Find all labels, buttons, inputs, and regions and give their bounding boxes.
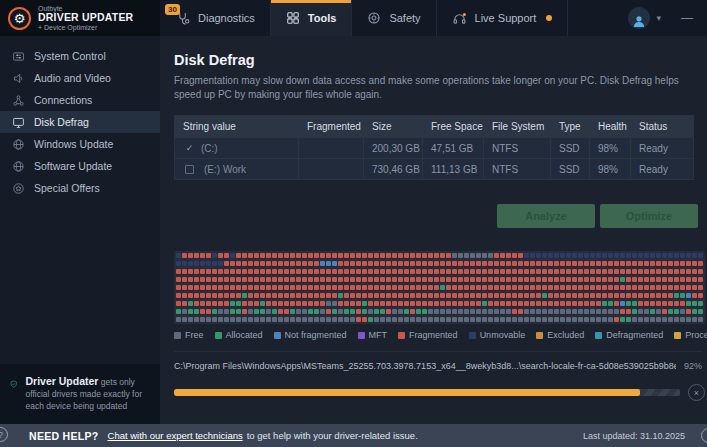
legend-item: Processing [674,330,707,340]
legend-item: Allocated [215,330,263,340]
legend-swatch [536,332,543,339]
sidebar-item-label: Special Offers [34,182,100,194]
sidebar-item-label: Audio and Video [34,72,111,84]
stop-defrag-button[interactable]: × [688,384,705,401]
drive-checkbox-checked[interactable]: ✓ [183,143,196,153]
divider [174,351,702,352]
help-suffix: to get help with your driver-related iss… [247,430,418,441]
legend-swatch [595,332,602,339]
top-nav: 30 Diagnostics Tools Safety Li [160,0,707,36]
sidebar-item-windows-update[interactable]: Windows Update [0,133,160,155]
sidebar-item-disk-defrag[interactable]: Disk Defrag [0,111,160,133]
minimize-button[interactable]: — [681,11,693,25]
tab-tools[interactable]: Tools [271,0,353,36]
drive-checkbox-unchecked[interactable] [185,165,194,174]
sidebar-item-label: Connections [34,94,92,106]
need-help-label: NEED HELP? [29,430,99,442]
headset-icon [452,11,467,26]
notification-dot [546,15,552,21]
progress-bar [174,389,680,396]
disk-defrag-panel: Disk Defrag Fragmentation may slow down … [160,36,707,424]
sidebar: System Control Audio and Video Connectio… [0,36,160,424]
safety-wheel-icon [367,11,381,25]
current-file-path: C:\Program Files\WindowsApps\MSTeams_252… [174,361,676,371]
globe-icon [12,160,25,173]
progress-row: × [174,384,705,401]
col-string-value[interactable]: String value [175,116,299,137]
promo-title: Driver Updater [26,375,99,387]
legend-swatch [469,332,476,339]
col-fragmented[interactable]: Fragmented [299,116,364,137]
star-circle-icon [12,182,25,195]
legend-item: Free [174,330,204,340]
network-icon [12,94,25,107]
table-row-drive-c[interactable]: ✓(C:) 200,30 GB 47,51 GB NTFS SSD 98% Re… [175,137,693,158]
optimize-button[interactable]: Optimize [600,204,698,228]
drives-table: String value Fragmented Size Free Space … [174,115,694,180]
col-size[interactable]: Size [364,116,423,137]
action-buttons: Analyze Optimize [174,204,698,228]
last-updated: Last updated: 31.10.2025 [583,431,707,441]
tab-safety[interactable]: Safety [352,0,436,36]
logo-product: DRIVER UPDATER [38,12,133,23]
sidebar-item-audio-and-video[interactable]: Audio and Video [0,67,160,89]
logo-tagline: + Device Optimizer [38,24,133,31]
col-file-system[interactable]: File System [484,116,551,137]
legend-swatch [674,332,681,339]
col-status[interactable]: Status [631,116,693,137]
refresh-icon[interactable] [701,428,707,443]
sidebar-item-software-update[interactable]: Software Update [0,155,160,177]
legend-item: Excluded [536,330,584,340]
globe-icon [12,138,25,151]
legend-swatch [174,332,181,339]
page-title: Disk Defrag [174,52,702,68]
app-logo: ⚙ Outbyte DRIVER UPDATER + Device Optimi… [0,0,160,36]
drive-name: (C:) [201,143,218,154]
chevron-down-icon[interactable]: ▾ [656,13,661,23]
sidebar-item-connections[interactable]: Connections [0,89,160,111]
driver-updater-promo: Driver Updater gets only official driver… [0,364,160,424]
nav-right: ▾ — [628,0,707,36]
col-free-space[interactable]: Free Space [423,116,484,137]
question-icon: ? [0,427,8,442]
page-description: Fragmentation may slow down data access … [174,74,696,102]
chat-support-link[interactable]: Chat with our expert technicians [108,430,243,441]
analyze-button[interactable]: Analyze [497,204,595,228]
stethoscope-icon: 30 [175,11,190,26]
user-avatar[interactable] [628,7,650,29]
sidebar-item-label: Disk Defrag [34,116,89,128]
legend-item: Unmovable [469,330,526,340]
table-row-drive-e[interactable]: (E:) Work 730,46 GB 111,13 GB NTFS SSD 9… [175,158,693,179]
tab-label: Safety [389,12,420,24]
outbyte-gear-logo-icon: ⚙ [8,7,31,30]
legend-swatch [398,332,405,339]
sidebar-item-label: Windows Update [34,138,113,150]
top-bar: ⚙ Outbyte DRIVER UPDATER + Device Optimi… [0,0,707,36]
col-type[interactable]: Type [551,116,590,137]
tab-label: Diagnostics [198,12,255,24]
legend-item: Not fragmented [274,330,347,340]
tab-live-support[interactable]: Live Support [437,0,569,36]
driver-updater-window: ⚙ Outbyte DRIVER UPDATER + Device Optimi… [0,0,707,447]
sidebar-item-system-control[interactable]: System Control [0,45,160,67]
legend-swatch [358,332,365,339]
col-health[interactable]: Health [590,116,631,137]
monitor-icon [12,116,25,129]
current-file-row: C:\Program Files\WindowsApps\MSTeams_252… [174,361,702,371]
diagnostics-badge: 30 [165,4,180,16]
control-panel-icon [12,50,25,63]
sidebar-item-special-offers[interactable]: Special Offers [0,177,160,199]
legend-swatch [274,332,281,339]
tab-label: Tools [308,12,337,24]
shield-check-icon [10,374,18,394]
legend-item: Fragmented [398,330,458,340]
progress-percent: 92% [676,361,702,371]
grid-icon [286,11,300,25]
legend-item: MFT [358,330,388,340]
close-icon: × [694,388,699,398]
sidebar-item-label: System Control [34,50,106,62]
promo-text: Driver Updater gets only official driver… [26,374,151,413]
legend-item: Defragmented [595,330,663,340]
tab-diagnostics[interactable]: 30 Diagnostics [160,0,271,36]
defrag-block-map [174,251,705,324]
